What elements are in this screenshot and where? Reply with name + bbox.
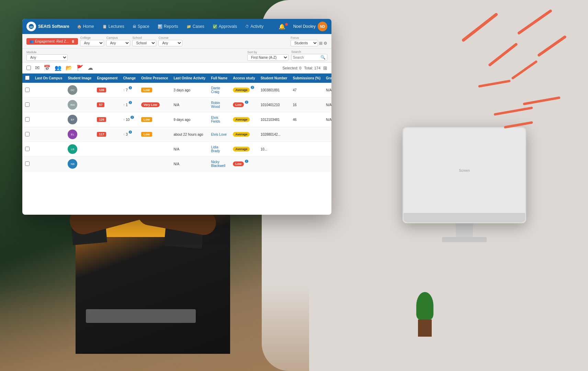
cloud-icon[interactable]: ☁ bbox=[88, 65, 93, 71]
home-icon: 🏠 bbox=[77, 24, 82, 29]
table-row: DC 136 ↑ 7 2 Low 3 days ago Dante Craig bbox=[22, 83, 331, 98]
select-all-checkbox[interactable] bbox=[26, 66, 31, 70]
sort-select[interactable]: First Name (A-Z) bbox=[247, 54, 289, 61]
cell-student-number: 1003801891 bbox=[258, 83, 290, 98]
row-checkbox[interactable] bbox=[25, 117, 30, 122]
filter-bar-1: 👥 Engagement -Red Z... 🗑 College Any Cam… bbox=[22, 34, 331, 49]
cell-full-name[interactable]: Elvis Love bbox=[208, 127, 230, 142]
cell-change: ↑ 7 2 bbox=[120, 83, 138, 98]
cell-avatar: NB bbox=[65, 157, 94, 171]
search-input[interactable] bbox=[293, 56, 320, 59]
cell-full-name[interactable]: Nicky Blackwell bbox=[208, 157, 230, 171]
cell-change: ↑ 1 2 bbox=[120, 98, 138, 112]
cell-access-study: Average bbox=[230, 127, 258, 142]
cell-access-study: Low 2 bbox=[230, 98, 258, 112]
cell-online-presence: Low bbox=[138, 112, 171, 127]
nav-space[interactable]: 🏛 Space bbox=[129, 22, 153, 31]
th-online-presence: Online Presence bbox=[138, 74, 171, 83]
lectures-icon: 📋 bbox=[102, 24, 107, 29]
student-avatar: RW bbox=[68, 100, 77, 110]
engagement-filter-tag[interactable]: 👥 Engagement -Red Z... 🗑 bbox=[26, 38, 78, 45]
cell-access-study: Average bbox=[230, 112, 258, 127]
presence-badge: Low bbox=[141, 132, 152, 137]
row-checkbox[interactable] bbox=[25, 102, 30, 107]
change-arrow: ↑ bbox=[123, 88, 125, 92]
nav-cases[interactable]: 📁 Cases bbox=[183, 22, 208, 31]
cell-change bbox=[120, 142, 138, 157]
sort-filter: Sort by First Name (A-Z) bbox=[247, 50, 289, 61]
column-settings-icon[interactable]: ⊞ bbox=[323, 65, 327, 71]
nav-reports[interactable]: 📊 Reports bbox=[154, 22, 182, 31]
cell-engagement bbox=[94, 157, 120, 171]
cell-last-campus bbox=[32, 83, 65, 98]
cell-full-name[interactable]: Elvis Fields bbox=[208, 112, 230, 127]
table-row: EF 126 ↑ 10 2 Low 9 days ago Elvis Field… bbox=[22, 112, 331, 127]
filter-options-icon[interactable]: ⚙ bbox=[324, 41, 327, 46]
access-badge: Low bbox=[233, 102, 244, 107]
row-checkbox[interactable] bbox=[25, 147, 30, 151]
module-select[interactable]: Any bbox=[26, 54, 68, 61]
campus-select[interactable]: Any bbox=[106, 40, 130, 46]
cell-last-campus bbox=[32, 98, 65, 112]
th-last-online: Last Online Activity bbox=[171, 74, 208, 83]
search-filter: Search 🔍 bbox=[291, 50, 327, 61]
nav-approvals[interactable]: ✅ Approvals bbox=[209, 22, 240, 31]
row-checkbox[interactable] bbox=[25, 132, 30, 136]
search-icon[interactable]: 🔍 bbox=[320, 55, 326, 60]
nav-logo[interactable]: SE SEAtS Software bbox=[26, 22, 69, 31]
user-menu[interactable]: Noel Dooley ND bbox=[293, 22, 327, 31]
cell-online-presence bbox=[138, 142, 171, 157]
cell-submissions: 46 bbox=[290, 112, 323, 127]
cell-change: ↑ 10 2 bbox=[120, 112, 138, 127]
cell-grades bbox=[323, 127, 331, 142]
cell-full-name[interactable]: Robin Wood bbox=[208, 98, 230, 112]
cell-access-study: Average 2 bbox=[230, 83, 258, 98]
sort-search-controls: Sort by First Name (A-Z) Search 🔍 bbox=[247, 50, 327, 61]
cell-online-presence: Low bbox=[138, 83, 171, 98]
focus-select[interactable]: Students bbox=[291, 40, 318, 46]
college-select[interactable]: Any bbox=[80, 40, 104, 46]
selected-count: Selected: 0 bbox=[282, 66, 301, 70]
cell-last-online: N/A bbox=[171, 157, 208, 171]
row-checkbox[interactable] bbox=[25, 161, 30, 166]
students-table: Last On Campus Student Image Engagement … bbox=[22, 74, 331, 171]
nav-lectures[interactable]: 📋 Lectures bbox=[99, 22, 128, 31]
navbar: SE SEAtS Software 🏠 Home 📋 Lectures 🏛 Sp… bbox=[22, 19, 331, 34]
app-window: SE SEAtS Software 🏠 Home 📋 Lectures 🏛 Sp… bbox=[22, 19, 331, 215]
module-filter: Module Any bbox=[26, 50, 68, 61]
users-icon[interactable]: 👥 bbox=[55, 65, 61, 71]
activity-icon: ⏱ bbox=[245, 24, 249, 29]
table-row: NB N/A Nicky Blackwell Low 2 bbox=[22, 157, 331, 171]
approvals-icon: ✅ bbox=[213, 24, 217, 29]
cell-engagement: 57 bbox=[94, 98, 120, 112]
cell-engagement: 117 bbox=[94, 127, 120, 142]
calendar-icon[interactable]: 📅 bbox=[44, 65, 50, 71]
remove-engagement-filter[interactable]: 🗑 bbox=[71, 40, 75, 43]
cell-student-number: 1010401210 bbox=[258, 98, 290, 112]
data-table-container: Last On Campus Student Image Engagement … bbox=[22, 74, 331, 171]
cell-submissions: 16 bbox=[290, 98, 323, 112]
course-select[interactable]: Any bbox=[158, 40, 182, 46]
th-student-number: Student Number bbox=[258, 74, 290, 83]
email-icon[interactable]: ✉ bbox=[35, 65, 39, 71]
nav-home[interactable]: 🏠 Home bbox=[74, 22, 98, 31]
logo-text: SEAtS Software bbox=[38, 24, 69, 29]
table-row: LB N/A Lidia Brady Average 10... bbox=[22, 142, 331, 157]
cell-avatar: EL bbox=[65, 127, 94, 142]
notification-bell[interactable]: 🔔 bbox=[279, 23, 290, 30]
cell-student-number: 1012103481 bbox=[258, 112, 290, 127]
header-checkbox[interactable] bbox=[25, 76, 30, 80]
user-avatar: ND bbox=[318, 22, 327, 31]
cell-full-name[interactable]: Dante Craig bbox=[208, 83, 230, 98]
cell-engagement: 136 bbox=[94, 83, 120, 98]
nav-activity[interactable]: ⏱ Activity bbox=[242, 22, 267, 31]
row-checkbox[interactable] bbox=[25, 88, 30, 92]
cell-access-study: Average bbox=[230, 142, 258, 157]
total-count: Total: 174 bbox=[304, 66, 320, 70]
cell-avatar: DC bbox=[65, 83, 94, 98]
flag-icon[interactable]: 🚩 bbox=[77, 65, 83, 71]
school-select[interactable]: School bbox=[132, 40, 156, 46]
folder-icon[interactable]: 📂 bbox=[66, 65, 72, 71]
th-full-name: Full Name bbox=[208, 74, 230, 83]
cell-full-name[interactable]: Lidia Brady bbox=[208, 142, 230, 157]
